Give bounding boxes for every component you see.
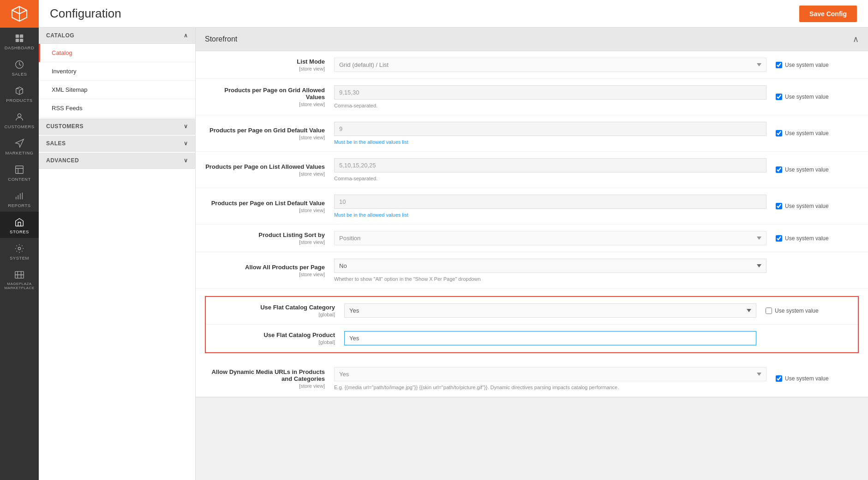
config-row-grid-allowed: Products per Page on Grid Allowed Values… — [196, 79, 868, 115]
sidebar-sales-label: SALES — [12, 71, 27, 77]
sidebar-item-marketing[interactable]: MARKETING — [0, 133, 39, 159]
nav-catalog-item-xml-sitemap[interactable]: XML Sitemap — [39, 81, 195, 99]
config-row-sort-by: Product Listing Sort by [store view] Pos… — [196, 225, 868, 252]
sort-by-use-system-label: Use system value — [785, 235, 829, 242]
grid-allowed-label-col: Products per Page on Grid Allowed Values… — [205, 87, 334, 107]
allow-all-scope: [store view] — [205, 272, 325, 277]
list-allowed-label: Products per Page on List Allowed Values — [205, 163, 325, 170]
grid-allowed-use-system-label: Use system value — [785, 94, 829, 100]
nav-section-sales[interactable]: SALES ∨ — [39, 136, 195, 152]
sort-by-scope: [store view] — [205, 239, 325, 245]
list-mode-select[interactable]: Grid (default) / List — [334, 58, 766, 72]
config-row-grid-default: Products per Page on Grid Default Value … — [196, 115, 868, 152]
sidebar-reports-label: REPORTS — [8, 203, 30, 208]
logo[interactable] — [0, 0, 39, 28]
config-row-flat-category: Use Flat Catalog Category [global] Yes N… — [206, 297, 858, 325]
svg-rect-2 — [16, 39, 19, 42]
sidebar-item-products[interactable]: PRODUCTS — [0, 80, 39, 107]
config-row-list-mode: List Mode [store view] Grid (default) / … — [196, 51, 868, 79]
sidebar-dashboard-label: DASHBOARD — [5, 45, 35, 50]
nav-sales-label: SALES — [46, 140, 66, 147]
storefront-title: Storefront — [205, 35, 237, 43]
list-default-label: Products per Page on List Default Value — [211, 200, 325, 207]
sidebar-item-sales[interactable]: SALES — [0, 54, 39, 80]
allow-all-field-col: No Yes Whether to show "All" option in t… — [334, 259, 766, 282]
grid-allowed-hint: Comma-separated. — [334, 103, 766, 108]
allow-all-select[interactable]: No Yes — [334, 259, 766, 273]
nav-catalog-item-catalog[interactable]: Catalog — [39, 44, 195, 62]
sidebar-item-dashboard[interactable]: DASHBOARD — [0, 28, 39, 54]
grid-default-scope: [store view] — [205, 135, 325, 140]
save-config-button[interactable]: Save Config — [799, 6, 857, 22]
dynamic-media-use-system-checkbox[interactable] — [776, 375, 782, 382]
list-default-hint: Must be in the allowed values list — [334, 212, 766, 218]
config-row-list-default: Products per Page on List Default Value … — [196, 188, 868, 225]
list-allowed-use-system-label: Use system value — [785, 166, 829, 173]
sidebar-item-mageplaza[interactable]: MAGEPLAZA MARKETPLACE — [0, 264, 39, 294]
grid-allowed-use-system-checkbox[interactable] — [776, 94, 782, 100]
nav-catalog-chevron: ∧ — [184, 32, 188, 39]
secondary-nav: CATALOG ∧ Catalog Inventory XML Sitemap … — [39, 28, 196, 480]
flat-category-scope: [global] — [215, 312, 335, 317]
nav-section-catalog[interactable]: CATALOG ∧ — [39, 28, 195, 44]
sort-by-system-col: Use system value — [766, 235, 859, 242]
nav-section-customers[interactable]: CUSTOMERS ∨ — [39, 119, 195, 135]
svg-rect-0 — [16, 35, 19, 38]
grid-default-use-system-checkbox[interactable] — [776, 130, 782, 136]
flat-product-field-col: Yes No — [344, 331, 756, 345]
flat-product-label-col: Use Flat Catalog Product [global] — [215, 332, 344, 345]
list-allowed-hint: Comma-separated. — [334, 176, 766, 181]
grid-default-input[interactable] — [334, 122, 766, 136]
nav-catalog-item-inventory[interactable]: Inventory — [39, 62, 195, 81]
storefront-chevron-icon: ∧ — [853, 34, 859, 44]
list-allowed-field-col: Comma-separated. — [334, 158, 766, 181]
sidebar-item-system[interactable]: SYSTEM — [0, 238, 39, 264]
grid-allowed-system-col: Use system value — [766, 94, 859, 100]
list-default-use-system-checkbox[interactable] — [776, 203, 782, 209]
list-default-label-col: Products per Page on List Default Value … — [205, 200, 334, 213]
list-default-use-system-label: Use system value — [785, 203, 829, 209]
list-allowed-scope: [store view] — [205, 171, 325, 177]
list-allowed-input[interactable] — [334, 158, 766, 172]
storefront-header[interactable]: Storefront ∧ — [196, 28, 868, 51]
flat-category-use-system-label: Use system value — [775, 308, 819, 314]
flat-category-field-col: Yes No — [344, 303, 756, 318]
sort-by-use-system-checkbox[interactable] — [776, 235, 782, 242]
nav-catalog-label: CATALOG — [46, 32, 74, 39]
grid-allowed-scope: [store view] — [205, 101, 325, 107]
flat-category-select[interactable]: Yes No — [344, 303, 756, 318]
flat-product-scope: [global] — [215, 339, 335, 345]
sort-by-field-col: Position — [334, 231, 766, 245]
list-allowed-use-system-checkbox[interactable] — [776, 166, 782, 173]
dynamic-media-select[interactable]: Yes — [334, 367, 766, 381]
grid-allowed-input[interactable] — [334, 85, 766, 100]
flat-category-system-col: Use system value — [756, 308, 849, 314]
sort-by-select[interactable]: Position — [334, 231, 766, 245]
dynamic-media-use-system-label: Use system value — [785, 375, 829, 382]
dynamic-media-hint: E.g. {{media url="path/to/image.jpg"}} {… — [334, 385, 766, 390]
page-title: Configuration — [50, 6, 121, 21]
svg-rect-6 — [16, 166, 24, 174]
main-content: Storefront ∧ List Mode [store view] Grid… — [196, 28, 868, 480]
grid-default-use-system-label: Use system value — [785, 130, 829, 136]
flat-category-label-col: Use Flat Catalog Category [global] — [215, 304, 344, 317]
flat-category-use-system-checkbox[interactable] — [766, 308, 772, 314]
list-default-input[interactable] — [334, 195, 766, 209]
sidebar-item-stores[interactable]: STORES — [0, 212, 39, 238]
sidebar-item-customers[interactable]: CUSTOMERS — [0, 107, 39, 133]
grid-default-hint: Must be in the allowed values list — [334, 139, 766, 145]
grid-default-system-col: Use system value — [766, 130, 859, 136]
flat-product-select[interactable]: Yes No — [344, 331, 756, 345]
svg-point-5 — [18, 114, 21, 117]
config-row-allow-all-products: Allow All Products per Page [store view]… — [196, 252, 868, 289]
list-allowed-label-col: Products per Page on List Allowed Values… — [205, 163, 334, 177]
sidebar-customers-label: CUSTOMERS — [4, 124, 34, 129]
nav-catalog-item-rss-feeds[interactable]: RSS Feeds — [39, 99, 195, 118]
dynamic-media-system-col: Use system value — [766, 375, 859, 382]
sidebar-item-reports[interactable]: REPORTS — [0, 185, 39, 212]
nav-sales-chevron: ∨ — [184, 140, 188, 147]
nav-section-advanced[interactable]: ADVANCED ∨ — [39, 153, 195, 169]
sidebar-item-content[interactable]: CONTENT — [0, 159, 39, 185]
list-mode-use-system-checkbox[interactable] — [776, 62, 782, 68]
sidebar-mageplaza-label: MAGEPLAZA MARKETPLACE — [2, 282, 37, 290]
